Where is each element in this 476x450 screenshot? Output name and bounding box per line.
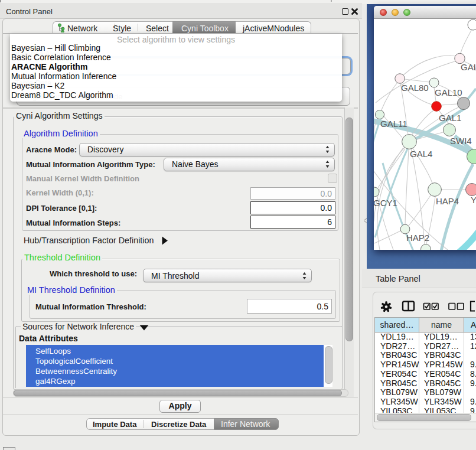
- svg-text:HAP4: HAP4: [436, 196, 459, 206]
- svg-text:SWI4: SWI4: [450, 136, 472, 146]
- svg-text:GAL4: GAL4: [410, 149, 432, 159]
- svg-text:GAL10: GAL10: [435, 87, 462, 97]
- svg-text:Y: Y: [471, 195, 476, 205]
- svg-text:GCY1: GCY1: [374, 198, 397, 208]
- svg-text:GAL80: GAL80: [401, 83, 429, 93]
- svg-text:GAL: GAL: [461, 62, 476, 72]
- svg-text:GAL1: GAL1: [439, 113, 461, 123]
- svg-text:HAP2: HAP2: [406, 233, 429, 243]
- svg-text:GAL11: GAL11: [380, 119, 407, 129]
